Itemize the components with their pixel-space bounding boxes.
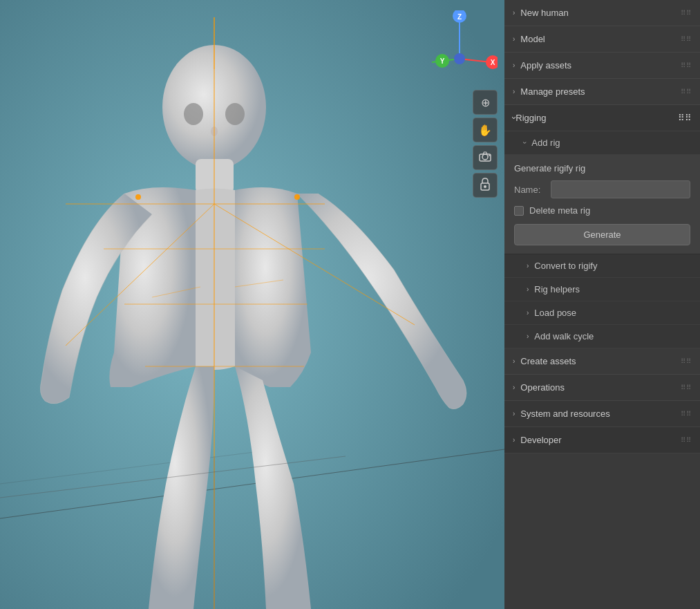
model-label: Model [520,34,681,44]
svg-text:Z: Z [457,13,462,21]
sidebar-item-convert-to-rigify[interactable]: › Convert to rigify [504,254,700,278]
drag-handle-new-human: ⠿⠿ [681,9,692,17]
chevron-right-icon: › [513,35,515,43]
zoom-icon: ⊕ [481,96,490,109]
sidebar-item-rig-helpers[interactable]: › Rig helpers [504,278,700,301]
delete-meta-rig-checkbox[interactable] [514,206,524,216]
svg-point-31 [454,53,465,64]
name-label: Name: [514,185,545,195]
delete-meta-rig-row: Delete meta rig [514,205,690,216]
drag-handle-developer: ⠿⠿ [681,436,692,444]
sidebar-item-operations[interactable]: › Operations ⠿⠿ [504,375,700,401]
svg-point-15 [135,194,141,200]
drag-handle-apply-assets: ⠿⠿ [681,62,692,69]
viewport-tools: ⊕ ✋ [473,90,498,198]
manage-presets-label: Manage presets [520,86,681,97]
add-rig-label: Add rig [531,138,560,148]
chevron-right-icon: › [513,384,515,391]
chevron-right-icon: › [513,357,515,365]
sidebar-item-add-rig[interactable]: › Add rig [504,131,700,155]
chevron-right-icon: › [527,285,529,293]
svg-point-6 [225,103,245,125]
operations-label: Operations [520,382,681,393]
axis-gizmo: Z X Y [422,10,498,79]
sidebar-item-model[interactable]: › Model ⠿⠿ [504,26,700,53]
convert-to-rigify-label: Convert to rigify [534,261,597,271]
sidebar-item-manage-presets[interactable]: › Manage presets ⠿⠿ [504,79,700,105]
chevron-down-icon: › [521,142,529,144]
chevron-right-icon: › [527,332,529,340]
svg-text:X: X [491,59,495,66]
rigging-section: › Rigging ⠿⠿ › Add rig Generate rigify r… [504,105,700,348]
name-row: Name: [514,180,690,198]
delete-meta-rig-label: Delete meta rig [529,205,590,216]
human-figure-svg [0,0,504,609]
sidebar-item-system-resources[interactable]: › System and resources ⠿⠿ [504,401,700,427]
sidebar-item-load-pose[interactable]: › Load pose [504,301,700,325]
drag-handle-system-resources: ⠿⠿ [681,410,692,418]
pan-icon: ✋ [478,124,492,137]
svg-point-5 [184,103,203,125]
load-pose-label: Load pose [534,308,576,318]
zoom-tool-button[interactable]: ⊕ [473,90,498,115]
sidebar-item-apply-assets[interactable]: › Apply assets ⠿⠿ [504,53,700,79]
svg-point-16 [294,194,300,200]
chevron-right-icon: › [527,309,529,317]
generate-button[interactable]: Generate [514,224,690,245]
drag-handle-model: ⠿⠿ [681,35,692,43]
camera-icon [478,151,492,165]
sidebar-item-add-walk-cycle[interactable]: › Add walk cycle [504,325,700,348]
svg-point-36 [484,185,486,188]
pan-tool-button[interactable]: ✋ [473,118,498,142]
rigging-label: Rigging [515,113,678,123]
sidebar-item-create-assets[interactable]: › Create assets ⠿⠿ [504,348,700,375]
right-panel: › New human ⠿⠿ › Model ⠿⠿ › Apply assets… [504,0,700,609]
chevron-right-icon: › [513,62,515,69]
add-walk-cycle-label: Add walk cycle [534,331,594,341]
create-assets-label: Create assets [520,356,681,366]
camera-tool-button[interactable] [473,145,498,170]
drag-handle-create-assets: ⠿⠿ [681,357,692,365]
developer-label: Developer [520,435,681,445]
svg-text:Y: Y [440,57,445,65]
sidebar-item-new-human[interactable]: › New human ⠿⠿ [504,0,700,26]
sidebar-item-developer[interactable]: › Developer ⠿⠿ [504,427,700,453]
name-input[interactable] [551,180,690,198]
chevron-right-icon: › [513,436,515,444]
system-resources-label: System and resources [520,409,681,419]
svg-point-32 [482,154,488,160]
svg-point-34 [489,155,490,156]
apply-assets-label: Apply assets [520,60,681,71]
chevron-right-icon: › [527,262,529,270]
chevron-right-icon: › [513,88,515,95]
drag-handle-rigging: ⠿⠿ [678,113,692,123]
new-human-label: New human [520,8,681,18]
chevron-right-icon: › [513,410,515,418]
lock-icon [480,177,491,194]
sidebar-item-rigging[interactable]: › Rigging ⠿⠿ [504,105,700,131]
viewport[interactable]: Z X Y ⊕ ✋ [0,0,504,609]
lock-tool-button[interactable] [473,173,498,198]
chevron-right-icon: › [513,9,515,17]
chevron-down-icon: › [509,116,520,119]
generate-panel-title: Generate rigify rig [514,163,690,174]
drag-handle-operations: ⠿⠿ [681,384,692,391]
generate-rigify-panel: Generate rigify rig Name: Delete meta ri… [504,155,700,254]
rig-helpers-label: Rig helpers [534,284,580,294]
drag-handle-manage-presets: ⠿⠿ [681,88,692,95]
